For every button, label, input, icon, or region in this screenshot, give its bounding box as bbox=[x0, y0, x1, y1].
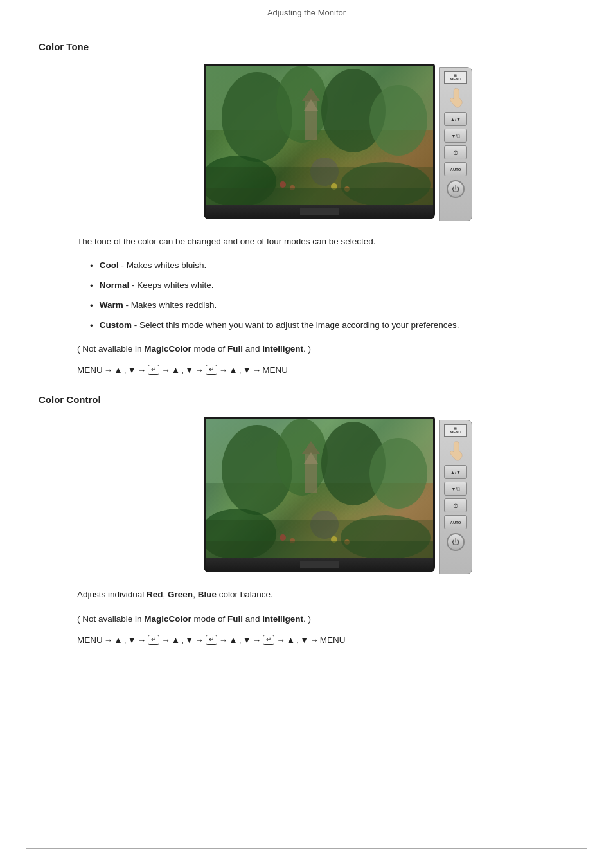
svg-point-15 bbox=[310, 158, 339, 186]
cc-nav-arrow-4: → bbox=[195, 635, 204, 645]
cc-nav-arrow-2: → bbox=[138, 635, 147, 645]
svg-point-9 bbox=[341, 162, 431, 205]
finger-icon-1 bbox=[445, 86, 466, 109]
color-tone-image: ▤ MENU ▲/▼ ▼/□ ⊙ AUTO bbox=[64, 64, 574, 219]
nav-enter-2: ↵ bbox=[206, 365, 217, 375]
nav-arrow-2: → bbox=[138, 365, 147, 375]
svg-point-31 bbox=[310, 511, 339, 539]
nav-enter-1: ↵ bbox=[148, 365, 159, 375]
cc-nav-arrow-3: → bbox=[161, 635, 170, 645]
color-control-title: Color Control bbox=[39, 394, 574, 405]
color-tone-bullets: • Cool - Makes whites bluish. • Normal -… bbox=[90, 259, 574, 333]
nav-comma-1: , bbox=[124, 365, 127, 375]
color-tone-note: ( Not available in MagicColor mode of Fu… bbox=[77, 342, 574, 356]
cc-nav-arrow-6: → bbox=[253, 635, 262, 645]
cc-nav-arrow-7: → bbox=[276, 635, 285, 645]
svg-point-4 bbox=[369, 85, 427, 156]
monitor-bezel-1 bbox=[204, 205, 435, 219]
cc-nav-up-1: ▲ bbox=[114, 635, 122, 645]
cc-nav-down-3: ▼ bbox=[242, 635, 251, 645]
cc-nav-down-1: ▼ bbox=[127, 635, 136, 645]
bullet-dot-2: • bbox=[90, 280, 93, 293]
color-control-description: Adjusts individual Red, Green, Blue colo… bbox=[77, 588, 574, 602]
svg-point-26 bbox=[280, 534, 286, 541]
monitor-btn-up-1[interactable]: ▲/▼ bbox=[444, 112, 467, 126]
cc-nav-up-3: ▲ bbox=[229, 635, 237, 645]
cc-nav-comma-3: , bbox=[239, 635, 242, 645]
finger-icon-2 bbox=[445, 439, 466, 462]
svg-point-25 bbox=[341, 515, 431, 558]
svg-point-24 bbox=[206, 509, 276, 558]
menu-label-1: ▤ MENU bbox=[444, 71, 467, 84]
svg-rect-14 bbox=[206, 188, 435, 205]
cc-nav-enter-3: ↵ bbox=[263, 635, 274, 645]
cc-nav-down-2: ▼ bbox=[185, 635, 193, 645]
cc-nav-enter-1: ↵ bbox=[148, 635, 159, 645]
nav-menu-1: MENU bbox=[77, 365, 103, 375]
content-area: Color Tone bbox=[0, 23, 613, 690]
bullet-normal: • Normal - Keeps whites white. bbox=[90, 279, 574, 293]
monitor-wrapper-2: ▤ MENU ▲/▼ ▼/□ ⊙ AUTO ⏻ bbox=[204, 417, 435, 572]
svg-point-10 bbox=[280, 181, 286, 188]
page-header: Adjusting the Monitor bbox=[26, 0, 587, 23]
cc-nav-down-4: ▼ bbox=[300, 635, 308, 645]
cc-nav-menu-end: MENU bbox=[320, 635, 346, 645]
cc-nav-menu-1: MENU bbox=[77, 635, 103, 645]
color-control-nav: MENU → ▲ , ▼ → ↵ → ▲ , ▼ → ↵ → ▲ , ▼ → bbox=[77, 635, 574, 645]
monitor-power-btn-1[interactable]: ⏻ bbox=[447, 180, 465, 198]
cc-nav-comma-4: , bbox=[296, 635, 299, 645]
cc-nav-arrow-8: → bbox=[310, 635, 319, 645]
bullet-cool: • Cool - Makes whites bluish. bbox=[90, 259, 574, 273]
nav-arrow-4: → bbox=[195, 365, 204, 375]
bullet-dot-3: • bbox=[90, 300, 93, 312]
nav-arrow-6: → bbox=[253, 365, 262, 375]
monitor-stand-2 bbox=[300, 561, 339, 568]
svg-point-20 bbox=[369, 438, 427, 509]
color-control-image: ▤ MENU ▲/▼ ▼/□ ⊙ AUTO ⏻ bbox=[64, 417, 574, 572]
monitor-power-btn-2[interactable]: ⏻ bbox=[447, 533, 465, 551]
cc-nav-comma-1: , bbox=[124, 635, 127, 645]
nav-down-1: ▼ bbox=[127, 365, 136, 375]
bullet-dot-1: • bbox=[90, 260, 93, 273]
bullet-cool-text: Cool - Makes whites bluish. bbox=[100, 259, 207, 272]
nav-arrow-5: → bbox=[219, 365, 228, 375]
svg-point-29 bbox=[344, 539, 350, 545]
bullet-warm: • Warm - Makes whites reddish. bbox=[90, 299, 574, 312]
nav-up-1: ▲ bbox=[114, 365, 122, 375]
monitor-screen-2 bbox=[204, 417, 435, 558]
monitor-btn-up-2[interactable]: ▲/▼ bbox=[444, 465, 467, 479]
bullet-normal-text: Normal - Keeps whites white. bbox=[100, 279, 214, 292]
svg-point-2 bbox=[276, 66, 328, 143]
monitor-btn-select-2[interactable]: ⊙ bbox=[444, 498, 467, 512]
color-tone-nav: MENU → ▲ , ▼ → ↵ → ▲ , ▼ → ↵ → ▲ , ▼ → bbox=[77, 365, 574, 375]
svg-point-18 bbox=[276, 419, 328, 496]
monitor-btn-select-1[interactable]: ⊙ bbox=[444, 145, 467, 159]
color-control-section: Color Control bbox=[39, 394, 574, 645]
monitor-btn-auto-2[interactable]: AUTO bbox=[444, 515, 467, 529]
monitor-btn-down-1[interactable]: ▼/□ bbox=[444, 129, 467, 143]
nav-arrow-3: → bbox=[161, 365, 170, 375]
monitor-bezel-2 bbox=[204, 558, 435, 572]
cc-nav-up-4: ▲ bbox=[287, 635, 295, 645]
header-title: Adjusting the Monitor bbox=[267, 8, 346, 17]
menu-label-2: ▤ MENU bbox=[444, 424, 467, 437]
nav-up-2: ▲ bbox=[172, 365, 180, 375]
bullet-custom: • Custom - Select this mode when you wan… bbox=[90, 319, 574, 332]
svg-rect-30 bbox=[206, 541, 435, 558]
cc-nav-up-2: ▲ bbox=[172, 635, 180, 645]
svg-point-11 bbox=[290, 185, 295, 190]
nav-up-3: ▲ bbox=[229, 365, 237, 375]
monitor-btn-down-2[interactable]: ▼/□ bbox=[444, 482, 467, 496]
svg-point-28 bbox=[331, 536, 337, 543]
nav-menu-end-1: MENU bbox=[262, 365, 288, 375]
cc-nav-comma-2: , bbox=[181, 635, 184, 645]
bullet-warm-text: Warm - Makes whites reddish. bbox=[100, 299, 217, 312]
color-tone-section: Color Tone bbox=[39, 41, 574, 375]
monitor-wrapper-1: ▤ MENU ▲/▼ ▼/□ ⊙ AUTO bbox=[204, 64, 435, 219]
page: Adjusting the Monitor Color Tone bbox=[0, 0, 613, 868]
monitor-btn-auto-1[interactable]: AUTO bbox=[444, 162, 467, 176]
svg-point-27 bbox=[290, 538, 295, 543]
monitor-stand-1 bbox=[300, 208, 339, 215]
monitor-side-panel-2: ▤ MENU ▲/▼ ▼/□ ⊙ AUTO ⏻ bbox=[439, 420, 472, 574]
svg-point-13 bbox=[344, 186, 350, 192]
